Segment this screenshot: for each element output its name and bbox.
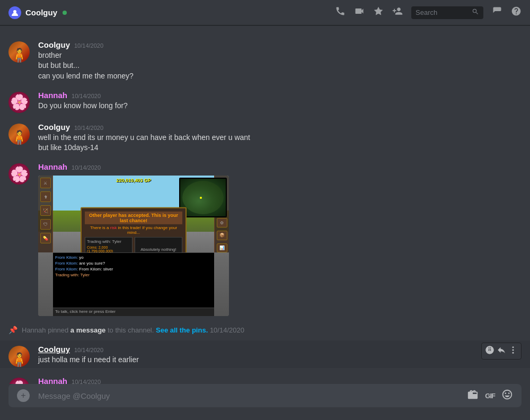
message-group-4: Hannah 10/14/2020 ⚔ 🗡 🏹 xyxy=(0,158,530,317)
nitro-icon[interactable] xyxy=(373,6,384,19)
channel-name: Coolguy xyxy=(25,8,57,17)
svg-point-3 xyxy=(513,352,514,354)
video-icon[interactable] xyxy=(354,6,365,19)
message-group-3: Coolguy 10/14/2020 well in the end its u… xyxy=(0,118,530,154)
game-btn-5: 💊 xyxy=(40,233,51,243)
phone-icon[interactable] xyxy=(335,6,346,19)
chat-text-4: Trading with: Tyler xyxy=(55,273,212,277)
message-input[interactable] xyxy=(38,391,458,400)
message-text-3b: but like 10days-14 xyxy=(38,143,522,153)
message-header-3: Coolguy 10/14/2020 xyxy=(38,122,522,132)
header: Coolguy Search xyxy=(0,0,530,25)
emoji-icon[interactable] xyxy=(501,389,513,403)
message-content-2: Hannah 10/14/2020 Do you know how long f… xyxy=(38,91,522,113)
message-input-wrapper: + GIF xyxy=(8,384,522,407)
message-timestamp-2: 10/14/2020 xyxy=(72,93,101,99)
game-right-btn-2: 📦 xyxy=(217,231,227,240)
game-btn-4: 🛡 xyxy=(40,219,51,230)
inbox-icon[interactable] xyxy=(492,6,502,19)
message-author-hannah-last: Hannah xyxy=(38,377,67,384)
message-timestamp-3: 10/14/2020 xyxy=(74,125,103,131)
game-btn-3: 🏹 xyxy=(40,205,51,216)
message-content-last: Hannah 10/14/2020 I probably won't xyxy=(38,377,522,384)
game-left-sidebar: ⚔ 🗡 🏹 🛡 💊 xyxy=(38,176,53,252)
message-author-hannah-2: Hannah xyxy=(38,162,67,171)
messages-list: Coolguy 10/14/2020 brother but but but..… xyxy=(0,25,530,384)
message-text-2a: Do you know how long for? xyxy=(38,101,522,111)
message-author-hannah-1: Hannah xyxy=(38,91,67,100)
message-group-2: Hannah 10/14/2020 Do you know how long f… xyxy=(0,86,530,114)
avatar-hannah-2 xyxy=(8,163,30,185)
system-middle: to this channel. xyxy=(105,326,156,334)
trade-label-left: Trading with: Tyler xyxy=(87,239,130,244)
reply-hover-icon[interactable] xyxy=(497,345,506,357)
message-group-1: Coolguy 10/14/2020 brother but but but..… xyxy=(0,36,530,82)
add-attachment-button[interactable]: + xyxy=(17,389,30,402)
system-message-text: Hannah pinned a message to this channel.… xyxy=(22,326,244,334)
message-header-2: Hannah 10/14/2020 xyxy=(38,91,522,100)
game-right-btn-3: 📊 xyxy=(217,243,227,253)
message-author-coolguy-1: Coolguy xyxy=(38,40,70,49)
image-attachment: ⚔ 🗡 🏹 🛡 💊 ⚙ 📦 📊 xyxy=(38,176,229,316)
messages-area: Coolguy 10/14/2020 brother but but but..… xyxy=(0,25,530,384)
game-btn-2: 🗡 xyxy=(40,191,51,202)
channel-avatar xyxy=(8,6,21,19)
pin-icon: 📌 xyxy=(8,326,17,334)
avatar-coolguy-1 xyxy=(8,41,30,63)
hover-actions xyxy=(481,343,522,360)
message-author-coolguy-hovered[interactable]: Coolguy xyxy=(38,345,70,354)
trade-header: Other player has accepted. This is your … xyxy=(85,212,182,224)
trade-nothing-text: Absolutely nothing! xyxy=(137,247,180,252)
online-status-indicator xyxy=(63,11,67,15)
chat-text-1: From Kilom: yo xyxy=(55,255,212,260)
system-prefix: Hannah pinned xyxy=(22,326,70,334)
message-header-hovered: Coolguy 10/14/2020 xyxy=(38,345,522,354)
search-icon xyxy=(472,8,479,17)
gif-icon[interactable]: GIF xyxy=(485,392,495,400)
message-text-3a: well in the end its ur money u can have … xyxy=(38,133,522,143)
input-right-actions: GIF xyxy=(467,389,513,403)
message-group-last: Hannah 10/14/2020 I probably won't xyxy=(0,372,530,384)
gift-icon[interactable] xyxy=(467,389,479,403)
svg-point-2 xyxy=(513,349,514,351)
message-content-4: Hannah 10/14/2020 ⚔ 🗡 🏹 xyxy=(38,162,522,316)
game-btn-1: ⚔ xyxy=(40,178,51,188)
message-content-1: Coolguy 10/14/2020 brother but but but..… xyxy=(38,40,522,81)
message-timestamp-1: 10/14/2020 xyxy=(74,42,103,49)
header-left: Coolguy xyxy=(8,6,335,19)
see-all-pins-link[interactable]: See all the pins. xyxy=(156,326,208,334)
message-text-1a: brother xyxy=(38,50,522,60)
chat-text-3: From Kilom: From Kilom: sliver xyxy=(55,267,212,272)
message-timestamp-last: 10/14/2020 xyxy=(72,379,101,384)
message-header-last: Hannah 10/14/2020 xyxy=(38,377,522,384)
message-timestamp-hovered: 10/14/2020 xyxy=(74,347,103,353)
message-group-hovered: Coolguy 10/14/2020 just holla me if u ne… xyxy=(0,340,530,368)
message-content-hovered: Coolguy 10/14/2020 just holla me if u ne… xyxy=(38,345,522,367)
avatar-coolguy-hovered xyxy=(8,346,30,367)
game-chat-input: To talk, click here or press Enter xyxy=(53,308,214,316)
system-bold: a message xyxy=(70,326,106,334)
message-header-4: Hannah 10/14/2020 xyxy=(38,162,522,171)
avatar-hannah-last xyxy=(8,378,30,384)
game-right-btn-1: ⚙ xyxy=(217,218,227,228)
header-actions: Search xyxy=(335,6,522,19)
message-text-hovered: just holla me if u need it earlier xyxy=(38,355,522,365)
avatar-hannah-1 xyxy=(8,92,30,113)
system-message-pinned: 📌 Hannah pinned a message to this channe… xyxy=(0,321,530,338)
avatar-coolguy-2 xyxy=(8,124,30,145)
message-text-1c: can you lend me the money? xyxy=(38,71,522,81)
add-reaction-hover-icon[interactable] xyxy=(485,345,494,357)
message-content-3: Coolguy 10/14/2020 well in the end its u… xyxy=(38,122,522,153)
message-timestamp-4: 10/14/2020 xyxy=(72,164,101,171)
more-hover-icon[interactable] xyxy=(508,345,518,357)
add-friend-icon[interactable] xyxy=(392,6,403,19)
game-gold-amount: 220,010,403 GP xyxy=(116,178,151,183)
message-header-1: Coolguy 10/14/2020 xyxy=(38,40,522,49)
message-input-area: + GIF xyxy=(0,384,530,420)
help-icon[interactable] xyxy=(511,6,522,19)
svg-point-1 xyxy=(513,347,514,348)
game-chat-area: From Kilom: yo From Kilom: are you sure?… xyxy=(53,252,214,316)
game-screenshot: ⚔ 🗡 🏹 🛡 💊 ⚙ 📦 📊 xyxy=(38,176,229,316)
message-text-1b: but but but... xyxy=(38,60,522,71)
search-bar[interactable]: Search xyxy=(411,6,483,19)
